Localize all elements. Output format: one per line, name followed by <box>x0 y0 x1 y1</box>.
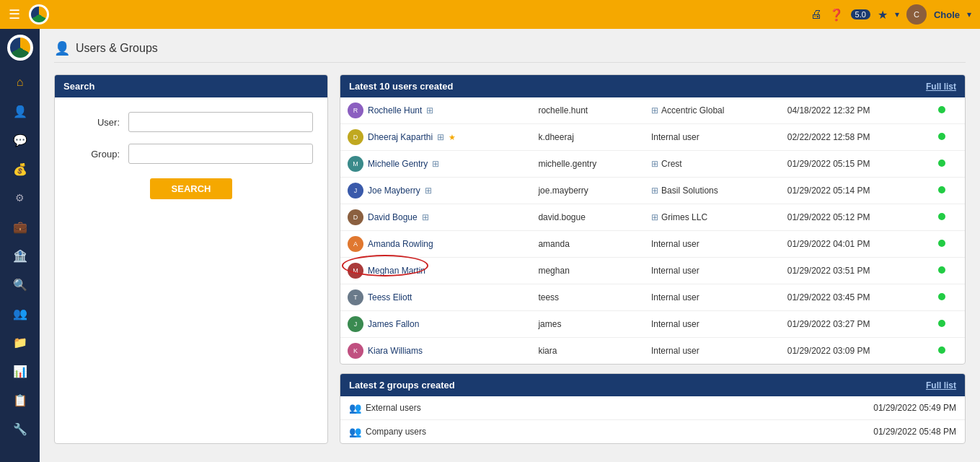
username-cell: k.dheeraj <box>531 124 644 151</box>
table-row[interactable]: D Dheeraj Kaparthi ⊞ ★ k.dheerajInternal… <box>340 124 965 151</box>
sidebar-item-chart[interactable]: 📊 <box>6 358 35 384</box>
network-icon: ⚙ <box>15 192 25 204</box>
company-cell: Internal user <box>644 284 780 311</box>
status-cell <box>931 258 965 284</box>
user-name-link[interactable]: Rochelle Hunt <box>368 105 422 116</box>
list-icon: 📋 <box>13 393 27 407</box>
group-users-icon: 👥 <box>349 402 361 414</box>
group-form-row: Group: <box>69 144 313 164</box>
user-name-link[interactable]: Michelle Gentry <box>368 159 428 169</box>
user-cell: T Teess Eliott <box>348 289 524 305</box>
sidebar-item-chat[interactable]: 💬 <box>6 127 35 153</box>
sidebar-item-group[interactable]: 👥 <box>6 300 35 326</box>
date-cell: 01/29/2022 05:15 PM <box>780 151 932 178</box>
company-cell: Internal user <box>644 231 780 258</box>
user-avatar-small: M <box>348 263 363 279</box>
printer-icon[interactable]: 🖨 <box>811 8 822 21</box>
app-logo[interactable] <box>29 4 49 25</box>
sidebar-item-users[interactable]: 👤 <box>6 98 35 124</box>
company-grid-icon: ⊞ <box>651 212 658 222</box>
user-cell: K Kiara Williams <box>348 343 524 359</box>
user-cell: D David Bogue ⊞ <box>348 209 524 225</box>
status-dot <box>938 320 945 327</box>
chevron-down-icon[interactable]: ▾ <box>895 9 899 19</box>
company-cell: ⊞ Accentric Global <box>644 97 780 124</box>
status-dot <box>938 266 945 274</box>
user-cell: M Michelle Gentry ⊞ <box>348 156 524 172</box>
user-cell: R Rochelle Hunt ⊞ <box>348 103 524 118</box>
user-name-link[interactable]: James Fallon <box>368 319 419 329</box>
user-name-link[interactable]: Kiara Williams <box>368 346 423 356</box>
table-row[interactable]: M Meghan Martin meghanInternal user01/29… <box>340 258 965 284</box>
table-row[interactable]: M Michelle Gentry ⊞ michelle.gentry⊞ Cre… <box>340 151 965 178</box>
group-users-icon: 👥 <box>349 426 361 437</box>
users-full-list-link[interactable]: Full list <box>926 82 956 92</box>
sidebar-item-briefcase[interactable]: 💼 <box>6 214 35 240</box>
user-chevron-icon[interactable]: ▾ <box>967 9 971 19</box>
status-dot <box>938 160 945 167</box>
users-table-panel: Latest 10 users created Full list R Roch… <box>340 74 966 365</box>
user-avatar[interactable]: C <box>906 4 927 25</box>
navbar-right: 🖨 ❓ 5.0 ★ ▾ C Chole ▾ <box>811 4 971 25</box>
table-row[interactable]: D David Bogue ⊞ david.bogue⊞ Grimes LLC0… <box>340 204 965 231</box>
hamburger-menu-icon[interactable]: ☰ <box>9 6 20 22</box>
sidebar-item-list[interactable]: 📋 <box>6 387 35 413</box>
sidebar-logo[interactable] <box>7 35 33 61</box>
user-name-link[interactable]: Dheeraj Kaparthi <box>368 132 433 142</box>
sidebar-item-bank[interactable]: 🏦 <box>6 243 35 269</box>
date-cell: 01/29/2022 03:45 PM <box>780 284 932 311</box>
sidebar: ⌂ 👤 💬 💰 ⚙ 💼 🏦 🔍 👥 📁 📊 <box>0 29 40 462</box>
chat-icon: 💬 <box>13 134 27 147</box>
user-name-link[interactable]: Joe Mayberry <box>368 186 420 196</box>
briefcase-icon: 💼 <box>13 220 27 234</box>
star-icon[interactable]: ★ <box>878 8 888 22</box>
help-icon[interactable]: ❓ <box>829 8 844 22</box>
user-cell: J James Fallon <box>348 316 524 332</box>
company-grid-icon: ⊞ <box>651 105 658 116</box>
date-cell: 04/18/2022 12:32 PM <box>780 97 932 124</box>
username-cell: meghan <box>531 258 644 284</box>
group-search-input[interactable] <box>128 144 313 164</box>
user-label: User: <box>69 117 120 128</box>
search-panel-body: User: Group: SEARCH <box>55 97 327 214</box>
grid-icon: ⊞ <box>432 159 439 169</box>
search-panel-header: Search <box>55 75 327 97</box>
user-name-link[interactable]: Amanda Rowling <box>368 239 433 249</box>
username-cell: kiara <box>531 338 644 365</box>
company-cell: Internal user <box>644 311 780 338</box>
table-row[interactable]: A Amanda Rowling amandaInternal user01/2… <box>340 231 965 258</box>
user-cell: A Amanda Rowling <box>348 236 524 252</box>
username-cell: david.bogue <box>531 204 644 231</box>
user-form-row: User: <box>69 112 313 132</box>
group-name-cell: 👥 External users <box>340 396 644 420</box>
content-area: 👤 Users & Groups Search User: Group: SEA… <box>40 29 980 462</box>
search-panel: Search User: Group: SEARCH <box>54 74 328 444</box>
sidebar-item-search[interactable]: 🔍 <box>6 271 35 297</box>
table-row[interactable]: R Rochelle Hunt ⊞ rochelle.hunt⊞ Accentr… <box>340 97 965 124</box>
table-row[interactable]: J Joe Mayberry ⊞ joe.mayberry⊞ Basil Sol… <box>340 178 965 204</box>
list-item[interactable]: 👥 Company users01/29/2022 05:48 PM <box>340 420 965 444</box>
search-button[interactable]: SEARCH <box>150 178 233 199</box>
users-panel-header: Latest 10 users created Full list <box>340 75 965 97</box>
group-icon: 👥 <box>13 307 27 321</box>
user-name-link[interactable]: Teess Eliott <box>368 292 412 302</box>
company-grid-icon: ⊞ <box>651 159 658 169</box>
search-icon: 🔍 <box>13 278 27 292</box>
sidebar-item-home[interactable]: ⌂ <box>6 69 35 95</box>
table-row[interactable]: J James Fallon jamesInternal user01/29/2… <box>340 311 965 338</box>
user-name-link[interactable]: Meghan Martin <box>368 266 425 276</box>
sidebar-item-folder[interactable]: 📁 <box>6 329 35 355</box>
groups-full-list-link[interactable]: Full list <box>926 380 956 391</box>
date-cell: 01/29/2022 05:12 PM <box>780 204 932 231</box>
user-name-link[interactable]: David Bogue <box>368 212 418 222</box>
table-row[interactable]: T Teess Eliott teessInternal user01/29/2… <box>340 284 965 311</box>
sidebar-item-network[interactable]: ⚙ <box>6 185 35 211</box>
user-search-input[interactable] <box>128 112 313 132</box>
list-item[interactable]: 👥 External users01/29/2022 05:49 PM <box>340 396 965 420</box>
sidebar-item-money[interactable]: 💰 <box>6 156 35 182</box>
sidebar-item-wrench[interactable]: 🔧 <box>6 416 35 442</box>
users-table: R Rochelle Hunt ⊞ rochelle.hunt⊞ Accentr… <box>340 97 965 364</box>
table-row[interactable]: K Kiara Williams kiaraInternal user01/29… <box>340 338 965 365</box>
user-cell: D Dheeraj Kaparthi ⊞ ★ <box>348 129 524 145</box>
wrench-icon: 🔧 <box>13 422 27 436</box>
